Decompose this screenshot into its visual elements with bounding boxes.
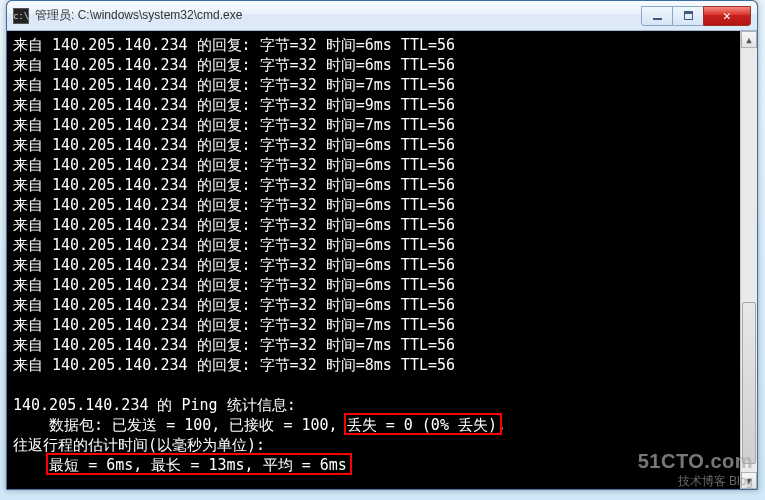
scroll-down-button[interactable]: ▼: [741, 472, 757, 489]
maximize-icon: [684, 11, 693, 20]
scroll-thumb[interactable]: [742, 302, 756, 463]
terminal-output[interactable]: 来自 140.205.140.234 的回复: 字节=32 时间=6ms TTL…: [7, 31, 757, 489]
scroll-track[interactable]: [741, 48, 757, 472]
scroll-up-button[interactable]: ▲: [741, 31, 757, 48]
close-button[interactable]: ✕: [703, 6, 751, 26]
close-icon: ✕: [723, 8, 731, 23]
cmd-window: c:\ 管理员: C:\windows\system32\cmd.exe ✕ 来…: [6, 0, 758, 490]
minimize-button[interactable]: [641, 6, 673, 26]
maximize-button[interactable]: [672, 6, 704, 26]
window-title: 管理员: C:\windows\system32\cmd.exe: [35, 7, 642, 24]
cmd-icon: c:\: [13, 8, 29, 24]
minimize-icon: [653, 18, 662, 20]
window-controls: ✕: [642, 6, 751, 26]
titlebar[interactable]: c:\ 管理员: C:\windows\system32\cmd.exe ✕: [7, 1, 757, 31]
scrollbar[interactable]: ▲ ▼: [740, 31, 757, 489]
